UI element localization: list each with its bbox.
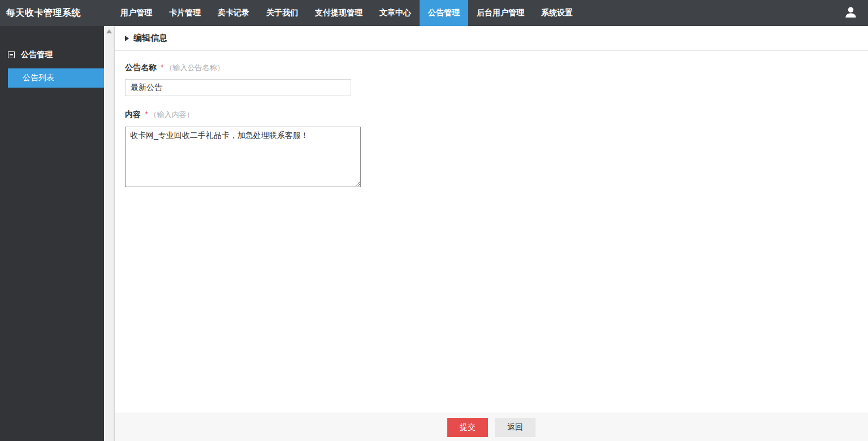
sidebar-scrollbar[interactable] — [104, 26, 115, 441]
main-nav: 用户管理 卡片管理 卖卡记录 关于我们 支付提现管理 文章中心 公告管理 后台用… — [112, 0, 581, 26]
nav-item-article-center[interactable]: 文章中心 — [371, 0, 420, 26]
field-hint: （输入公告名称） — [165, 63, 224, 73]
sidebar-item-announcement-list[interactable]: 公告列表 — [8, 68, 104, 88]
required-asterisk: * — [161, 63, 163, 72]
nav-item-card-management[interactable]: 卡片管理 — [161, 0, 209, 26]
user-avatar-icon — [844, 5, 858, 21]
nav-item-about-us[interactable]: 关于我们 — [258, 0, 306, 26]
field-label: 内容 — [125, 110, 141, 120]
nav-item-payment-withdrawal[interactable]: 支付提现管理 — [306, 0, 371, 26]
back-button[interactable]: 返回 — [495, 418, 536, 437]
field-label-row: 内容 * （输入内容） — [125, 110, 858, 120]
required-asterisk: * — [145, 110, 148, 119]
field-label: 公告名称 — [125, 63, 157, 73]
user-account-button[interactable] — [834, 0, 868, 26]
nav-item-announcement-management[interactable]: 公告管理 — [420, 0, 468, 26]
nav-item-user-management[interactable]: 用户管理 — [112, 0, 161, 26]
sidebar: 公告管理 公告列表 — [0, 26, 104, 441]
field-announcement-name: 公告名称 * （输入公告名称） — [125, 63, 858, 96]
nav-item-backend-user-management[interactable]: 后台用户管理 — [468, 0, 533, 26]
sidebar-section-label: 公告管理 — [21, 50, 53, 60]
announcement-content-textarea[interactable]: 收卡网_专业回收二手礼品卡，加急处理联系客服！ — [125, 127, 361, 187]
main-content: 编辑信息 公告名称 * （输入公告名称） 内容 * （输入内容） 收卡网_专业回… — [115, 26, 868, 441]
page-title: 编辑信息 — [133, 33, 167, 44]
field-label-row: 公告名称 * （输入公告名称） — [125, 63, 858, 73]
sidebar-section-announcement-management[interactable]: 公告管理 — [8, 50, 104, 60]
submit-button[interactable]: 提交 — [447, 418, 488, 437]
scrollbar-up-arrow-icon[interactable] — [106, 29, 112, 33]
sidebar-item-label: 公告列表 — [23, 73, 54, 83]
collapse-minus-icon — [8, 51, 15, 58]
field-content: 内容 * （输入内容） 收卡网_专业回收二手礼品卡，加急处理联系客服！ — [125, 110, 858, 187]
form-action-bar: 提交 返回 — [115, 413, 868, 441]
top-navbar: 每天收卡管理系统 用户管理 卡片管理 卖卡记录 关于我们 支付提现管理 文章中心… — [0, 0, 868, 26]
page-header: 编辑信息 — [115, 26, 868, 51]
edit-form: 公告名称 * （输入公告名称） 内容 * （输入内容） 收卡网_专业回收二手礼品… — [115, 51, 868, 187]
nav-item-system-settings[interactable]: 系统设置 — [533, 0, 581, 26]
app-brand: 每天收卡管理系统 — [0, 0, 112, 26]
nav-item-sell-card-records[interactable]: 卖卡记录 — [209, 0, 258, 26]
field-hint: （输入内容） — [149, 110, 193, 120]
announcement-name-input[interactable] — [125, 79, 351, 96]
triangle-right-icon — [125, 36, 129, 41]
